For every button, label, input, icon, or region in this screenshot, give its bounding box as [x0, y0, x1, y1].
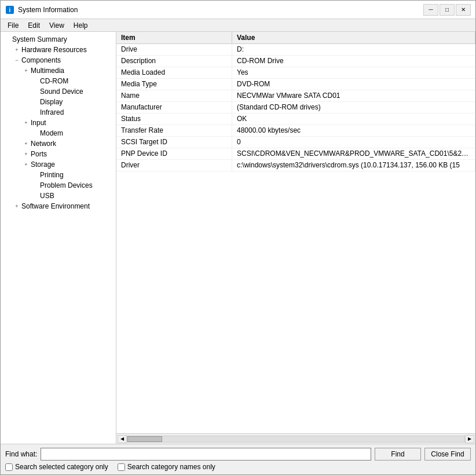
menu-help[interactable]: Help — [69, 20, 93, 31]
title-bar: i System Information ─ □ ✕ — [1, 1, 475, 19]
header-value: Value — [232, 32, 475, 43]
cell-item-pnp: PNP Device ID — [116, 148, 232, 159]
expander-hardware-resources: + — [12, 45, 21, 54]
checkbox-category-names-label: Search category names only — [127, 463, 215, 471]
table-row: SCSI Target ID 0 — [116, 137, 475, 148]
cell-item-media-loaded: Media Loaded — [116, 67, 232, 78]
close-button[interactable]: ✕ — [456, 4, 471, 16]
window-title: System Information — [18, 6, 78, 14]
table-row: Transfer Rate 48000.00 kbytes/sec — [116, 125, 475, 137]
tree-item-printing[interactable]: Printing — [1, 170, 116, 180]
window-controls: ─ □ ✕ — [423, 4, 471, 16]
tree-item-system-summary[interactable]: System Summary — [1, 34, 116, 45]
main-content: System Summary + Hardware Resources − Co… — [1, 32, 475, 444]
cell-item-scsi: SCSI Target ID — [116, 137, 232, 148]
scroll-right-button[interactable]: ▶ — [465, 435, 474, 443]
expander-system-summary — [3, 35, 12, 44]
tree-item-cd-rom[interactable]: CD-ROM — [1, 76, 116, 86]
expander-modem — [31, 129, 40, 138]
expander-network: + — [21, 139, 31, 148]
label-cd-rom: CD-ROM — [40, 77, 68, 85]
label-infrared: Infrared — [40, 108, 64, 116]
tree-item-hardware-resources[interactable]: + Hardware Resources — [1, 45, 116, 55]
tree-item-usb[interactable]: USB — [1, 191, 116, 201]
close-find-button[interactable]: Close Find — [424, 448, 471, 461]
tree-item-sound-device[interactable]: Sound Device — [1, 86, 116, 97]
checkbox-category-names-input[interactable] — [118, 463, 125, 471]
tree-item-multimedia[interactable]: + Multimedia — [1, 65, 116, 76]
tree-item-software-environment[interactable]: + Software Environment — [1, 201, 116, 211]
label-display: Display — [40, 98, 63, 106]
tree-item-storage[interactable]: + Storage — [1, 159, 116, 170]
table-row: Status OK — [116, 114, 475, 125]
tree-item-display[interactable]: Display — [1, 97, 116, 107]
system-information-window: i System Information ─ □ ✕ File Edit Vie… — [0, 0, 476, 475]
expander-ports: + — [21, 149, 31, 159]
cell-value-media-loaded: Yes — [232, 67, 475, 78]
header-item: Item — [116, 32, 232, 43]
label-problem-devices: Problem Devices — [40, 181, 93, 189]
cell-value-name: NECVMWar VMware SATA CD01 — [232, 90, 475, 101]
scroll-left-button[interactable]: ◀ — [118, 435, 127, 443]
checkbox-row: Search selected category only Search cat… — [5, 463, 471, 471]
cell-value-scsi: 0 — [232, 137, 475, 148]
tree-item-input[interactable]: + Input — [1, 118, 116, 128]
cell-item-name: Name — [116, 90, 232, 101]
find-button[interactable]: Find — [375, 448, 421, 461]
label-input: Input — [31, 119, 46, 127]
expander-software-environment: + — [12, 202, 21, 211]
menu-edit[interactable]: Edit — [23, 20, 45, 31]
scroll-thumb[interactable] — [127, 436, 162, 442]
tree-item-network[interactable]: + Network — [1, 138, 116, 149]
label-usb: USB — [40, 192, 54, 200]
cell-value-description: CD-ROM Drive — [232, 56, 475, 67]
tree-panel: System Summary + Hardware Resources − Co… — [1, 32, 116, 444]
table-row: PNP Device ID SCSI\CDROM&VEN_NECVMWAR&PR… — [116, 148, 475, 160]
label-components: Components — [21, 56, 61, 64]
expander-multimedia: + — [21, 66, 31, 75]
label-sound-device: Sound Device — [40, 87, 83, 96]
horizontal-scrollbar-area: ◀ ▶ — [116, 433, 475, 444]
cell-value-status: OK — [232, 114, 475, 125]
tree-item-problem-devices[interactable]: Problem Devices — [1, 180, 116, 191]
cell-value-drive: D: — [232, 44, 475, 55]
expander-storage: + — [21, 160, 31, 169]
table-row: Name NECVMWar VMware SATA CD01 — [116, 90, 475, 102]
tree-item-ports[interactable]: + Ports — [1, 149, 116, 159]
cell-value-manufacturer: (Standard CD-ROM drives) — [232, 102, 475, 113]
cell-item-drive: Drive — [116, 44, 232, 55]
cell-item-description: Description — [116, 56, 232, 67]
expander-usb — [31, 191, 40, 200]
cell-item-status: Status — [116, 114, 232, 125]
label-modem: Modem — [40, 129, 63, 137]
expander-printing — [31, 170, 40, 180]
table-row: Media Type DVD-ROM — [116, 79, 475, 90]
menu-file[interactable]: File — [3, 20, 23, 31]
expander-input: + — [21, 118, 31, 127]
cell-value-driver: c:\windows\system32\drivers\cdrom.sys (1… — [232, 160, 475, 171]
cell-item-media-type: Media Type — [116, 79, 232, 90]
data-table: Item Value Drive D: Description CD-ROM D… — [116, 32, 475, 433]
checkbox-category-names[interactable]: Search category names only — [118, 463, 215, 471]
maximize-button[interactable]: □ — [440, 4, 455, 16]
menu-view[interactable]: View — [45, 20, 69, 31]
expander-problem-devices — [31, 181, 40, 190]
find-panel: Find what: Find Close Find Search select… — [1, 444, 475, 474]
find-input[interactable] — [41, 448, 371, 461]
find-label: Find what: — [5, 450, 37, 458]
table-row: Driver c:\windows\system32\drivers\cdrom… — [116, 160, 475, 171]
checkbox-selected-category[interactable]: Search selected category only — [5, 463, 108, 471]
tree-item-components[interactable]: − Components — [1, 55, 116, 65]
checkbox-selected-category-input[interactable] — [5, 463, 13, 471]
tree-item-modem[interactable]: Modem — [1, 128, 116, 138]
label-hardware-resources: Hardware Resources — [21, 46, 87, 54]
expander-sound-device — [31, 87, 40, 96]
tree-item-infrared[interactable]: Infrared — [1, 107, 116, 118]
checkbox-selected-category-label: Search selected category only — [15, 463, 108, 471]
table-row: Media Loaded Yes — [116, 67, 475, 79]
cell-value-transfer-rate: 48000.00 kbytes/sec — [232, 125, 475, 136]
scroll-track[interactable] — [127, 436, 465, 443]
minimize-button[interactable]: ─ — [423, 4, 438, 16]
title-bar-left: i System Information — [5, 5, 78, 14]
cell-item-transfer-rate: Transfer Rate — [116, 125, 232, 136]
